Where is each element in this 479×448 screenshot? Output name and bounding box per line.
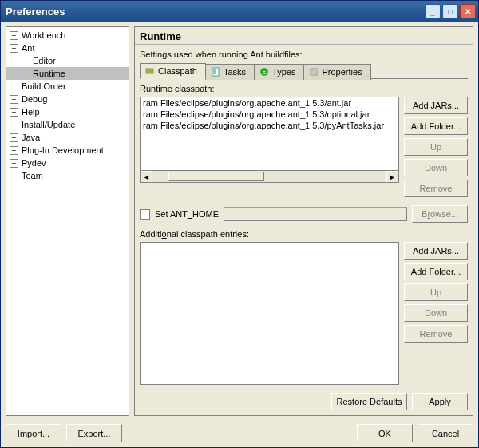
tree-spacer (21, 57, 30, 65)
expand-icon[interactable]: + (10, 133, 18, 142)
tasks-icon (211, 67, 220, 77)
tab-tasks[interactable]: Tasks (205, 64, 255, 80)
remove-button-1[interactable]: Remove (404, 180, 468, 197)
maximize-button[interactable]: □ (442, 4, 458, 18)
tree-item-help[interactable]: +Help (6, 105, 129, 118)
preferences-tree[interactable]: +Workbench−AntEditorRuntimeBuild Order+D… (6, 26, 129, 416)
tree-item-workbench[interactable]: +Workbench (6, 29, 129, 42)
preferences-window: Preferences _ □ ✕ +Workbench−AntEditorRu… (0, 0, 479, 448)
runtime-classpath-list[interactable]: ram Files/eclipse/plugins/org.apache.ant… (140, 97, 399, 183)
tree-item-runtime[interactable]: Runtime (6, 67, 129, 80)
minimize-button[interactable]: _ (425, 4, 441, 18)
expand-icon[interactable]: + (10, 108, 18, 117)
apply-button[interactable]: Apply (412, 393, 468, 410)
additional-classpath-list[interactable] (140, 242, 399, 385)
tree-item-debug[interactable]: +Debug (6, 93, 129, 105)
expand-icon[interactable]: + (10, 121, 18, 129)
add-jars-button-1[interactable]: Add JARs... (404, 97, 468, 114)
window-title: Preferences (6, 6, 425, 18)
remove-button-2[interactable]: Remove (404, 325, 468, 343)
tab-types[interactable]: c Types (254, 64, 304, 80)
tree-item-install-update[interactable]: +Install/Update (6, 118, 129, 131)
scroll-track[interactable] (152, 171, 386, 182)
add-jars-button-2[interactable]: Add JARs... (404, 242, 468, 260)
tree-item-java[interactable]: +Java (6, 131, 129, 144)
titlebar[interactable]: Preferences _ □ ✕ (1, 1, 478, 22)
tree-item-label: Team (22, 171, 43, 180)
tree-spacer (21, 69, 30, 78)
classpath-entry[interactable]: ram Files/eclipse/plugins/org.apache.ant… (141, 120, 398, 131)
ok-button[interactable]: OK (357, 424, 413, 442)
add-folder-button-2[interactable]: Add Folder... (404, 263, 468, 280)
tree-item-ant[interactable]: −Ant (6, 42, 129, 54)
tree-item-label: Help (22, 107, 40, 117)
tree-item-label: Plug-In Development (22, 145, 104, 155)
svg-rect-0 (146, 69, 149, 73)
tree-item-plug-in-development[interactable]: +Plug-In Development (6, 144, 129, 157)
tree-item-build-order[interactable]: Build Order (6, 80, 129, 93)
tree-item-label: Ant (22, 43, 35, 53)
runtime-panel: Runtime Settings used when running Ant b… (134, 26, 473, 416)
down-button-2[interactable]: Down (404, 304, 468, 322)
tree-item-pydev[interactable]: +Pydev (6, 157, 129, 169)
up-button-2[interactable]: Up (404, 283, 468, 301)
tree-item-label: Build Order (22, 81, 66, 91)
classpath-icon (145, 66, 155, 76)
tree-item-label: Editor (33, 56, 56, 65)
tree-item-label: Install/Update (22, 120, 75, 129)
import-button[interactable]: Import... (6, 424, 61, 442)
tree-item-label: Debug (22, 94, 47, 104)
cancel-button[interactable]: Cancel (418, 424, 473, 442)
tree-item-label: Pydev (22, 158, 46, 168)
tabs: Classpath Tasks c Types (140, 62, 468, 79)
set-ant-home-label: Set ANT_HOME (155, 209, 219, 219)
tree-item-label: Java (22, 133, 40, 142)
scroll-left-button[interactable]: ◄ (141, 171, 152, 183)
tree-item-team[interactable]: +Team (6, 169, 129, 182)
export-button[interactable]: Export... (66, 424, 122, 442)
tree-item-label: Workbench (22, 30, 65, 40)
svg-rect-1 (150, 69, 153, 73)
collapse-icon[interactable]: − (10, 44, 18, 53)
panel-subtitle: Settings used when running Ant buildfile… (140, 50, 468, 59)
expand-icon[interactable]: + (10, 159, 18, 168)
additional-classpath-label: Additional classpath entries: (140, 229, 468, 239)
classpath-entry[interactable]: ram Files/eclipse/plugins/org.apache.ant… (141, 109, 398, 120)
tree-item-editor[interactable]: Editor (6, 54, 129, 67)
panel-title: Runtime (140, 30, 468, 42)
runtime-classpath-label: Runtime classpath: (140, 84, 468, 93)
tree-item-label: Runtime (33, 69, 65, 78)
ant-home-field[interactable] (224, 207, 407, 221)
expand-icon[interactable]: + (10, 146, 18, 155)
close-button[interactable]: ✕ (460, 4, 476, 18)
classpath-entry[interactable]: ram Files/eclipse/plugins/org.apache.ant… (141, 97, 398, 109)
types-icon: c (259, 67, 269, 77)
expand-icon[interactable]: + (10, 95, 18, 104)
scroll-thumb[interactable] (168, 172, 264, 181)
tab-classpath[interactable]: Classpath (140, 63, 206, 79)
svg-text:c: c (263, 69, 266, 76)
set-ant-home-checkbox[interactable] (140, 209, 150, 220)
tab-properties[interactable]: Properties (303, 64, 370, 80)
browse-button[interactable]: Browse... (412, 205, 468, 223)
restore-defaults-button[interactable]: Restore Defaults (331, 393, 407, 410)
horizontal-scrollbar[interactable]: ◄ ► (141, 170, 398, 182)
tree-spacer (10, 82, 18, 91)
up-button-1[interactable]: Up (404, 138, 468, 156)
down-button-1[interactable]: Down (404, 159, 468, 176)
scroll-right-button[interactable]: ► (386, 171, 398, 183)
footer: Import... Export... OK Cancel (6, 421, 473, 442)
expand-icon[interactable]: + (10, 31, 18, 40)
properties-icon (309, 67, 319, 77)
expand-icon[interactable]: + (10, 172, 18, 180)
add-folder-button-1[interactable]: Add Folder... (404, 117, 468, 135)
